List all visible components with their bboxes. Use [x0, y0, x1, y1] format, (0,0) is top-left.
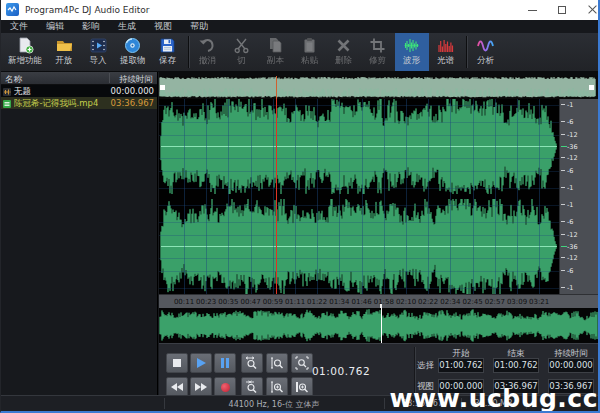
import-video-icon — [89, 37, 107, 54]
save-button[interactable]: 保存 — [151, 33, 185, 71]
pause-button[interactable] — [214, 353, 236, 373]
pause-icon — [221, 358, 229, 368]
zoom-out-selection-button[interactable] — [241, 377, 263, 397]
file-list-panel: 名称 持续时间 无题 00:00.000 陈冠希-记得我吗.mp4 03:36.… — [1, 72, 158, 395]
time-ruler[interactable]: 00:11 00:23 00:35 00:47 00:59 01:11 01:2… — [159, 294, 599, 308]
minimize-button[interactable] — [518, 0, 546, 20]
waveform-display[interactable] — [159, 99, 559, 294]
right-channel-waveform[interactable] — [159, 199, 559, 294]
play-icon — [197, 358, 206, 368]
video-clip-icon — [3, 99, 11, 107]
stop-icon — [173, 359, 181, 367]
file-row-song[interactable]: 陈冠希-记得我吗.mp4 03:36.967 — [1, 97, 157, 109]
navigator-strip[interactable] — [159, 76, 599, 99]
new-file-icon — [16, 37, 34, 54]
menu-effects[interactable]: 影响 — [73, 20, 109, 33]
editor-area: -1 -6 -12 -36 -12 -6 -1 -1 -6 -12 -36 -1… — [159, 72, 599, 395]
time-display: 01:00.762 — [301, 365, 381, 377]
app-icon — [6, 3, 19, 16]
playhead-cursor[interactable] — [276, 99, 277, 294]
open-folder-icon — [55, 37, 73, 54]
db-scale: -1 -6 -12 -36 -12 -6 -1 -1 -6 -12 -36 -1… — [559, 99, 599, 294]
maximize-button[interactable] — [548, 0, 576, 20]
toolbar: 新增功能 开放 导入 提取物 保存 撤消 — [1, 33, 598, 72]
title-bar: Program4Pc DJ Audio Editor — [1, 0, 598, 20]
watermark: www.ucbug.cc — [389, 384, 598, 413]
db-scale-right-channel: -1 -6 -12 -36 -12 -6 -1 — [560, 199, 599, 294]
column-divider — [109, 73, 110, 83]
db-scale-left-channel: -1 -6 -12 -36 -12 -6 -1 — [560, 99, 599, 194]
crop-icon — [369, 37, 387, 54]
navigator-playhead[interactable] — [276, 76, 277, 99]
stop-button[interactable] — [166, 353, 188, 373]
toolbar-separator — [188, 36, 189, 68]
zoom-in-selection-button[interactable] — [266, 353, 288, 373]
overview-playhead[interactable] — [381, 308, 382, 343]
import-button[interactable]: 导入 — [81, 33, 115, 71]
undo-button[interactable]: 撤消 — [191, 33, 225, 71]
analyze-button[interactable]: 分析 — [469, 33, 503, 71]
waveform-view-button[interactable]: 波形 — [395, 33, 429, 71]
menu-file[interactable]: 文件 — [1, 20, 37, 33]
navigator-left-handle[interactable] — [160, 85, 165, 90]
menu-generate[interactable]: 生成 — [109, 20, 145, 33]
zoom-selection-h-button[interactable] — [241, 353, 263, 373]
zoom-bar-icon — [295, 380, 309, 394]
trim-button[interactable]: 修剪 — [361, 33, 395, 71]
undo-icon — [199, 37, 217, 54]
waveform-icon — [403, 37, 421, 54]
selection-end-field[interactable]: 01:00.762 — [493, 358, 539, 373]
record-button[interactable] — [214, 377, 236, 397]
zoom-ibeam2-icon — [270, 380, 284, 394]
zoom-ibeam-icon — [270, 356, 284, 370]
record-icon — [221, 383, 230, 392]
overview-waveform[interactable] — [159, 308, 599, 343]
spectrum-icon — [437, 37, 455, 54]
status-sample-info: 44100 Hz, 16-位 立体声 — [164, 399, 384, 410]
audio-clip-icon — [3, 87, 11, 95]
open-button[interactable]: 开放 — [47, 33, 81, 71]
selection-start-field[interactable]: 01:00.762 — [438, 358, 484, 373]
extract-button[interactable]: 提取物 — [115, 33, 151, 71]
menu-help[interactable]: 帮助 — [181, 20, 217, 33]
navigator-right-handle[interactable] — [589, 85, 594, 90]
zoom-out-selection-v-button[interactable] — [266, 377, 288, 397]
rewind-button[interactable] — [166, 377, 188, 397]
window-title: Program4Pc DJ Audio Editor — [25, 5, 149, 15]
fast-forward-icon — [194, 382, 208, 392]
copy-icon — [267, 37, 285, 54]
spectrum-view-button[interactable]: 光谱 — [429, 33, 463, 71]
fast-forward-button[interactable] — [190, 377, 212, 397]
zoom-vertical-button[interactable] — [291, 377, 313, 397]
delete-button[interactable]: 删除 — [327, 33, 361, 71]
scissors-icon — [233, 37, 251, 54]
menu-edit[interactable]: 编辑 — [37, 20, 73, 33]
file-row-untitled[interactable]: 无题 00:00.000 — [1, 85, 157, 97]
rewind-icon — [170, 382, 184, 392]
file-list-header[interactable]: 名称 持续时间 — [1, 72, 157, 85]
paste-icon — [301, 37, 319, 54]
analyze-wave-icon — [477, 37, 495, 54]
new-button[interactable]: 新增功能 — [3, 33, 47, 71]
menu-bar: 文件 编辑 影响 生成 视图 帮助 — [1, 20, 598, 33]
toolbar-separator — [466, 36, 467, 68]
close-button[interactable] — [578, 0, 600, 20]
copy-button[interactable]: 副本 — [259, 33, 293, 71]
zoom-arrows-in-icon — [245, 380, 259, 394]
menu-view[interactable]: 视图 — [145, 20, 181, 33]
selection-duration-field[interactable]: 00:00.000 — [548, 358, 594, 373]
delete-x-icon — [335, 37, 353, 54]
left-channel-waveform[interactable] — [159, 99, 559, 194]
zoom-arrows-icon — [245, 356, 259, 370]
paste-button[interactable]: 粘贴 — [293, 33, 327, 71]
label-selection: 选择 — [417, 360, 434, 372]
cd-icon — [124, 37, 142, 54]
save-icon — [159, 37, 177, 54]
cut-button[interactable]: 切 — [225, 33, 259, 71]
play-button[interactable] — [190, 353, 212, 373]
app-window: Program4Pc DJ Audio Editor 文件 编辑 影响 生成 视… — [0, 0, 600, 413]
